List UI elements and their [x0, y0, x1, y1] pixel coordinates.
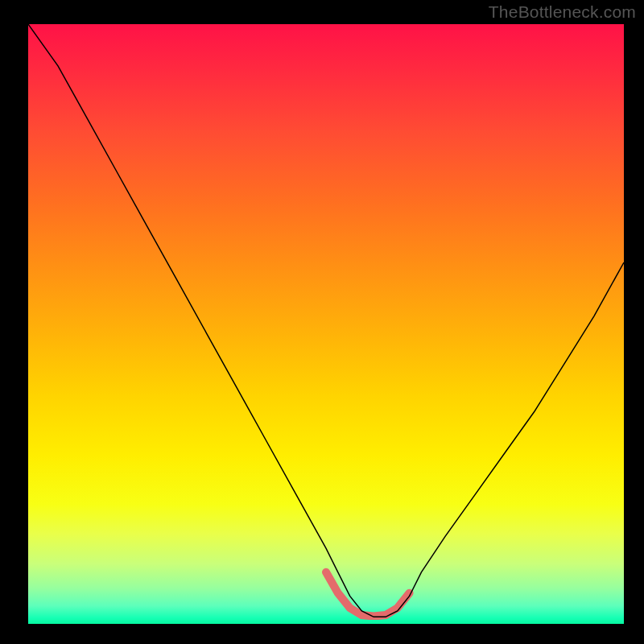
bottleneck-curve: [28, 24, 624, 617]
watermark-text: TheBottleneck.com: [489, 2, 636, 22]
curve-svg: [28, 24, 624, 620]
tolerance-band: [326, 572, 410, 617]
plot-area: [28, 24, 624, 624]
chart-frame: TheBottleneck.com: [0, 0, 644, 644]
